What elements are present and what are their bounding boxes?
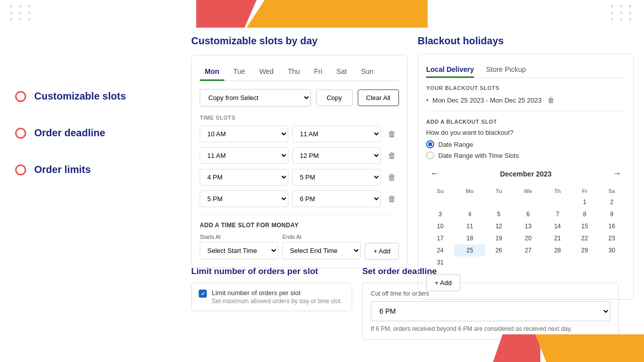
add-slot-fields: Starts At Select Start Time Ends At Sele…	[200, 234, 399, 259]
calendar-day[interactable]: 27	[512, 244, 544, 256]
ends-at-field: Ends At Select End Time	[282, 234, 361, 259]
calendar-day[interactable]: 21	[544, 232, 571, 244]
calendar-day[interactable]: 16	[598, 220, 625, 232]
circle-icon-limits	[15, 164, 26, 175]
limit-orders-checkbox-label: Limit number of orders per slot	[212, 289, 342, 297]
copy-button[interactable]: Copy	[316, 89, 352, 106]
calendar-day[interactable]: 11	[454, 220, 486, 232]
delete-slot-1[interactable]: 🗑	[385, 127, 399, 141]
calendar-day[interactable]: 8	[571, 208, 598, 220]
calendar-day[interactable]: 4	[454, 208, 486, 220]
calendar-next-button[interactable]: →	[608, 166, 625, 181]
blackout-question: How do you want to blackout?	[426, 129, 625, 136]
blackout-slot-item: • Mon Dec 25 2023 - Mon Dec 25 2023 🗑	[426, 96, 625, 104]
calendar-day[interactable]: 6	[512, 208, 544, 220]
radio-date-range-time-slots[interactable]: Date Range with Time Slots	[426, 151, 625, 159]
radio-circle-date-range[interactable]	[426, 140, 434, 148]
tab-fri[interactable]: Fri	[309, 63, 327, 81]
calendar-day[interactable]: 3	[426, 208, 454, 220]
sidebar-item-customizable-slots[interactable]: Customizable slots	[15, 90, 176, 102]
bullet-icon: •	[426, 97, 429, 104]
calendar-day[interactable]: 9	[598, 208, 625, 220]
start-time-select-4[interactable]: 5 PM	[200, 191, 288, 207]
calendar-day[interactable]: 25	[454, 244, 486, 256]
calendar-day[interactable]: 30	[598, 244, 625, 256]
calendar-day[interactable]: 28	[544, 244, 571, 256]
bottom-banner	[493, 334, 644, 362]
calendar-day[interactable]: 19	[485, 232, 512, 244]
calendar-day[interactable]: 17	[426, 232, 454, 244]
delete-slot-2[interactable]: 🗑	[385, 149, 399, 163]
limit-orders-title: Limit number of orders per slot	[191, 266, 352, 277]
start-time-select-3[interactable]: 4 PM	[200, 169, 288, 186]
calendar-day[interactable]: 10	[426, 220, 454, 232]
dots-top-right	[611, 5, 634, 21]
calendar-day[interactable]: 22	[571, 232, 598, 244]
sidebar-item-order-limits[interactable]: Order limits	[15, 164, 176, 175]
start-time-select-1[interactable]: 10 AM	[200, 126, 288, 142]
tab-tue[interactable]: Tue	[228, 63, 251, 81]
end-time-select-3[interactable]: 5 PM	[292, 169, 381, 186]
slots-section-title: Customizable slots by day	[191, 35, 408, 47]
tab-mon[interactable]: Mon	[200, 63, 224, 81]
add-slot-button[interactable]: + Add	[365, 243, 399, 259]
calendar-day[interactable]: 2	[598, 196, 625, 208]
calendar-day	[571, 256, 598, 268]
calendar-day	[512, 196, 544, 208]
blackout-title: Blackout holidays	[418, 35, 634, 47]
calendar-day[interactable]: 15	[571, 220, 598, 232]
sidebar-label-slots: Customizable slots	[34, 90, 126, 102]
weekday-fr: Fr	[571, 186, 598, 196]
delete-slot-3[interactable]: 🗑	[385, 170, 399, 185]
weekday-tu: Tu	[485, 186, 512, 196]
calendar-day[interactable]: 14	[544, 220, 571, 232]
time-slot-row: 11 AM 12 PM 🗑	[200, 147, 399, 164]
clear-all-button[interactable]: Clear All	[358, 89, 399, 106]
copy-from-select[interactable]: Copy from Select	[200, 89, 311, 107]
calendar-day[interactable]: 20	[512, 232, 544, 244]
delete-slot-4[interactable]: 🗑	[385, 192, 399, 206]
calendar-day	[454, 256, 486, 268]
tab-thu[interactable]: Thu	[283, 63, 305, 81]
time-slot-row: 10 AM 11 AM 🗑	[200, 126, 399, 142]
radio-circle-time-slots[interactable]	[426, 151, 434, 159]
end-time-select-2[interactable]: 12 PM	[292, 147, 381, 164]
calendar-day[interactable]: 29	[571, 244, 598, 256]
weekday-we: We	[512, 186, 544, 196]
calendar-day[interactable]: 7	[544, 208, 571, 220]
tab-local-delivery[interactable]: Local Delivery	[426, 62, 474, 78]
limit-text-group: Limit number of orders per slot Set maxi…	[212, 289, 342, 305]
end-time-select-1[interactable]: 11 AM	[292, 126, 381, 142]
end-time-new-select[interactable]: Select End Time	[282, 242, 361, 259]
calendar-day[interactable]: 31	[426, 256, 454, 268]
start-time-new-select[interactable]: Select Start Time	[200, 242, 278, 259]
limit-orders-checkbox[interactable]	[199, 290, 207, 298]
calendar-day[interactable]: 26	[485, 244, 512, 256]
calendar-day[interactable]: 5	[485, 208, 512, 220]
dots-top-left	[10, 5, 33, 21]
weekday-th: Th	[544, 186, 571, 196]
end-time-select-4[interactable]: 6 PM	[292, 191, 381, 207]
calendar-prev-button[interactable]: ←	[426, 166, 443, 181]
tab-sat[interactable]: Sat	[331, 63, 352, 81]
tab-sun[interactable]: Sun	[356, 63, 378, 81]
deadline-select[interactable]: 6 PM	[371, 301, 610, 321]
delete-blackout-slot[interactable]: 🗑	[547, 96, 554, 104]
left-sidebar: Customizable slots Order deadline Order …	[15, 90, 176, 201]
add-slot-section: ADD A TIME SLOT FOR MONDAY Starts At Sel…	[200, 214, 399, 259]
calendar-day[interactable]: 13	[512, 220, 544, 232]
tab-wed[interactable]: Wed	[254, 63, 279, 81]
copy-row: Copy from Select Copy Clear All	[200, 89, 399, 107]
add-blackout-button[interactable]: + Add	[426, 275, 460, 291]
calendar-day[interactable]: 23	[598, 232, 625, 244]
radio-label-date-range: Date Range	[438, 141, 473, 148]
banner-orange	[247, 0, 428, 28]
calendar-day[interactable]: 1	[571, 196, 598, 208]
start-time-select-2[interactable]: 11 AM	[200, 147, 288, 164]
radio-date-range[interactable]: Date Range	[426, 140, 625, 148]
calendar-day[interactable]: 18	[454, 232, 486, 244]
sidebar-item-order-deadline[interactable]: Order deadline	[15, 127, 176, 139]
calendar-day[interactable]: 24	[426, 244, 454, 256]
calendar-day[interactable]: 12	[485, 220, 512, 232]
tab-store-pickup[interactable]: Store Pickup	[486, 62, 526, 78]
